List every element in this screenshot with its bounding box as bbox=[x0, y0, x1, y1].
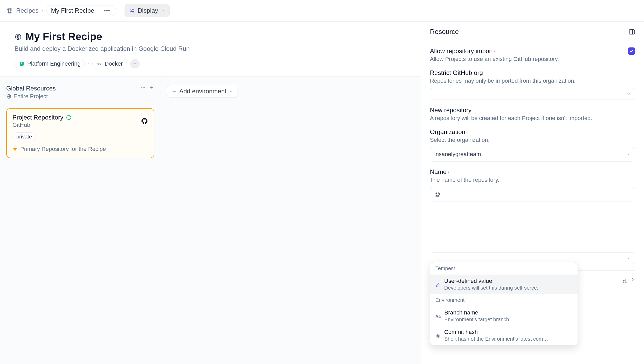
popup-item-branch-name[interactable]: Aa Branch name Environment's target bran… bbox=[430, 306, 578, 326]
add-environment-button[interactable]: Add environment bbox=[167, 85, 237, 98]
github-icon bbox=[141, 117, 148, 125]
organization-value: insanelygreatteam bbox=[434, 151, 481, 158]
breadcrumb: Recipes › My First Recipe | ••• bbox=[6, 5, 116, 16]
popup-item-user-defined[interactable]: User-defined value Developers will set t… bbox=[430, 275, 578, 294]
visibility-chip: private bbox=[12, 132, 36, 141]
organization-select[interactable]: insanelygreatteam bbox=[430, 147, 635, 162]
breadcrumb-root[interactable]: Recipes bbox=[16, 7, 39, 14]
more-icon[interactable]: ••• bbox=[141, 85, 145, 90]
restrict-org-help: Repositories may only be imported from t… bbox=[430, 78, 635, 84]
global-resources-sidebar: Global Resources Entire Project ••• bbox=[0, 76, 161, 364]
restrict-org-block: Restrict GitHub org Repositories may onl… bbox=[430, 69, 635, 100]
hash-icon bbox=[435, 330, 441, 342]
chevron-down-icon bbox=[627, 256, 631, 260]
svg-line-25 bbox=[439, 334, 439, 338]
svg-rect-20 bbox=[629, 30, 634, 34]
allow-import-block: Allow repository import* Allow Projects … bbox=[430, 47, 635, 62]
name-help: The name of the repository. bbox=[430, 177, 635, 183]
primary-repo-note: Primary Repository for the Recipe bbox=[20, 146, 106, 152]
tag-label: Docker bbox=[105, 60, 123, 67]
star-icon bbox=[12, 146, 18, 152]
popup-item-desc: Short hash of the Environment's latest c… bbox=[444, 336, 548, 342]
recipe-icon bbox=[15, 33, 22, 40]
popup-item-name: Branch name bbox=[444, 309, 509, 316]
tag-label: Platform Engineering bbox=[27, 60, 80, 67]
tag-separator: • bbox=[88, 62, 89, 66]
popup-item-desc: Developers will set this during self-ser… bbox=[444, 285, 538, 291]
organization-help: Select the organization. bbox=[430, 137, 635, 143]
divider: | bbox=[97, 7, 99, 14]
new-repo-label: New repository bbox=[430, 107, 635, 114]
chef-hat-icon bbox=[6, 7, 13, 14]
popup-item-name: User-defined value bbox=[444, 278, 538, 284]
topbar: Recipes › My First Recipe | ••• Display bbox=[0, 0, 644, 22]
required-star: * bbox=[448, 171, 449, 175]
tag-platform-engineering[interactable]: Platform Engineering bbox=[15, 59, 85, 69]
resource-card-title: Project Repository bbox=[12, 114, 63, 121]
svg-line-24 bbox=[437, 334, 438, 338]
name-input[interactable] bbox=[430, 187, 635, 201]
required-star: * bbox=[494, 50, 495, 54]
sliders-icon bbox=[129, 8, 135, 13]
recipe-header: My First Recipe Build and deploy a Docke… bbox=[0, 22, 421, 76]
status-ok-icon bbox=[66, 115, 72, 120]
popup-item-name: Commit hash bbox=[444, 329, 548, 335]
popup-item-commit-hash[interactable]: Commit hash Short hash of the Environmen… bbox=[430, 326, 578, 345]
chevron-down-icon bbox=[627, 152, 631, 156]
more-icon[interactable]: ••• bbox=[102, 7, 112, 14]
page-title: My First Recipe bbox=[25, 31, 102, 43]
chevron-down-icon bbox=[627, 92, 631, 96]
display-button[interactable]: Display bbox=[125, 4, 170, 17]
allow-import-label: Allow repository import bbox=[430, 47, 493, 54]
restrict-org-label: Restrict GitHub org bbox=[430, 69, 635, 76]
add-environment-label: Add environment bbox=[179, 88, 226, 95]
chevron-down-icon bbox=[229, 89, 233, 93]
resource-card[interactable]: Project Repository GitHub bbox=[6, 108, 154, 158]
popup-group-environment: Environment bbox=[430, 294, 578, 306]
environments-column: Add environment bbox=[161, 76, 421, 364]
popup-group-tempest: Tempest bbox=[430, 262, 578, 275]
tags-row: Platform Engineering • Docker bbox=[15, 59, 406, 69]
svg-point-9 bbox=[98, 63, 99, 65]
globe-icon bbox=[6, 94, 11, 99]
resource-panel: Resource Allow repository import* A bbox=[421, 22, 644, 364]
svg-point-4 bbox=[131, 9, 132, 10]
global-resources-scope: Entire Project bbox=[13, 93, 48, 100]
popup-item-desc: Environment's target branch bbox=[444, 317, 509, 323]
breadcrumb-current-pill[interactable]: My First Recipe | ••• bbox=[46, 5, 116, 16]
name-suggestions-popup: Tempest User-defined value Developers wi… bbox=[430, 262, 578, 345]
page-subtitle: Build and deploy a Dockerized applicatio… bbox=[15, 45, 406, 52]
pencil-icon bbox=[435, 279, 441, 291]
chevron-down-icon bbox=[161, 9, 165, 13]
text-icon: Aa bbox=[435, 310, 441, 323]
organization-block: Organization* Select the organization. i… bbox=[430, 128, 635, 162]
global-resources-title: Global Resources bbox=[6, 85, 56, 92]
breadcrumb-current-label: My First Recipe bbox=[51, 7, 94, 14]
svg-point-10 bbox=[100, 63, 101, 65]
new-repo-block: New repository A repository will be crea… bbox=[430, 107, 635, 122]
team-icon bbox=[19, 61, 25, 67]
new-repo-help: A repository will be created for each Pr… bbox=[430, 115, 635, 122]
display-button-label: Display bbox=[138, 7, 158, 14]
organization-label: Organization bbox=[430, 128, 465, 135]
allow-import-help: Allow Projects to use an existing GitHub… bbox=[430, 56, 635, 62]
required-star: * bbox=[466, 131, 468, 135]
tag-icon bbox=[97, 61, 102, 66]
resource-card-provider: GitHub bbox=[12, 122, 72, 128]
name-block: Name* The name of the repository. bbox=[430, 168, 635, 201]
chevron-right-icon bbox=[631, 277, 635, 282]
plus-icon bbox=[172, 89, 177, 94]
panel-layout-icon[interactable] bbox=[628, 29, 635, 35]
name-label: Name bbox=[430, 168, 447, 175]
panel-title: Resource bbox=[430, 28, 459, 36]
allow-import-checkbox[interactable] bbox=[628, 47, 635, 55]
restrict-org-select[interactable] bbox=[430, 88, 635, 100]
add-tag-button[interactable] bbox=[130, 59, 140, 68]
svg-point-6 bbox=[132, 11, 134, 12]
plus-icon[interactable] bbox=[149, 85, 154, 90]
tag-docker[interactable]: Docker bbox=[92, 59, 127, 69]
chevron-right-icon: › bbox=[42, 8, 44, 14]
